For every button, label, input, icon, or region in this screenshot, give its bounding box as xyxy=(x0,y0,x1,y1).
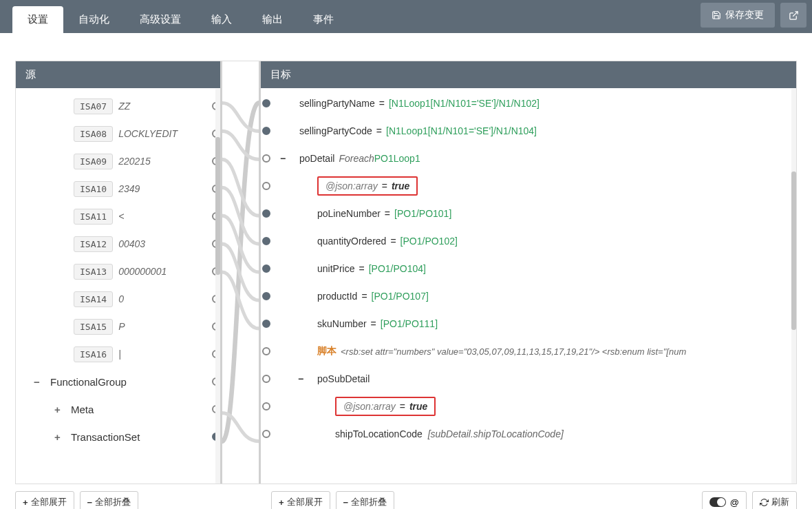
refresh-button[interactable]: 刷新 xyxy=(752,491,797,509)
expander-icon[interactable]: − xyxy=(280,153,286,164)
target-expand-all-button[interactable]: +全部展开 xyxy=(271,491,330,509)
target-port[interactable] xyxy=(262,237,270,245)
external-link-icon xyxy=(789,10,799,21)
target-body: sellingPartyName = [N1Loop1[N1/N101='SE'… xyxy=(261,88,796,484)
target-row[interactable]: quantityOrdered = [PO1/PO102] xyxy=(268,227,789,255)
source-group-row[interactable]: +TransactionSet xyxy=(21,423,215,450)
popout-button[interactable] xyxy=(780,3,806,28)
isa-value: 000000001 xyxy=(118,266,167,277)
minus-icon: − xyxy=(87,497,93,508)
target-port[interactable] xyxy=(262,320,270,328)
group-label: TransactionSet xyxy=(71,431,140,443)
source-isa-row[interactable]: ISA07ZZ xyxy=(21,92,215,120)
script-label: 脚本 xyxy=(317,345,336,357)
mapping-expression: [N1Loop1[N1/N101='SE']/N1/N102] xyxy=(389,98,539,109)
isa-code: ISA07 xyxy=(74,98,113,114)
source-isa-row[interactable]: ISA102349 xyxy=(21,175,215,202)
target-row[interactable]: unitPrice = [PO1/PO104] xyxy=(268,255,789,282)
tab-input[interactable]: 输入 xyxy=(196,6,247,33)
tab-advanced[interactable]: 高级设置 xyxy=(125,6,196,33)
target-port[interactable] xyxy=(262,402,270,411)
target-port[interactable] xyxy=(262,264,270,273)
mapping-expression: [PO1/PO101] xyxy=(394,208,451,219)
tab-settings[interactable]: 设置 xyxy=(12,6,63,33)
expand-all-label: 全部展开 xyxy=(31,496,67,508)
collapse-all-label: 全部折叠 xyxy=(95,496,131,508)
top-bar: 设置 自动化 高级设置 输入 输出 事件 保存变更 xyxy=(0,0,812,33)
equals-sign: = xyxy=(385,208,390,219)
mapping-name: poLineNumber xyxy=(317,208,381,219)
source-isa-row[interactable]: ISA1200403 xyxy=(21,230,215,258)
workspace: 源 ISA07ZZISA08LOCKLYEDITISA09220215ISA10… xyxy=(0,33,812,509)
mapping-expression: [PO1/PO107] xyxy=(372,291,429,302)
plus-icon: + xyxy=(279,497,284,508)
target-scrollbar[interactable] xyxy=(791,89,796,484)
target-row[interactable]: sellingPartyName = [N1Loop1[N1/N101='SE'… xyxy=(268,90,789,117)
tab-output[interactable]: 输出 xyxy=(247,6,298,33)
isa-value: 0 xyxy=(118,293,124,304)
source-isa-row[interactable]: ISA13000000001 xyxy=(21,258,215,285)
save-button[interactable]: 保存变更 xyxy=(701,3,775,28)
equals-sign: = xyxy=(361,291,367,302)
target-row[interactable]: skuNumber = [PO1/PO111] xyxy=(268,310,789,337)
tab-list: 设置 自动化 高级设置 输入 输出 事件 xyxy=(12,6,349,33)
source-group-row[interactable]: +Meta xyxy=(21,395,215,423)
mapping-name: sellingPartyCode xyxy=(299,125,372,136)
target-row[interactable]: shipToLocationCode [subDetail.shipToLoca… xyxy=(268,420,789,448)
source-isa-row[interactable]: ISA140 xyxy=(21,285,215,313)
target-port[interactable] xyxy=(262,99,270,107)
target-port[interactable] xyxy=(262,430,270,438)
target-row[interactable]: poLineNumber = [PO1/PO101] xyxy=(268,200,789,227)
target-row[interactable]: @json:array = true xyxy=(268,393,789,420)
equals-sign: = xyxy=(376,125,382,136)
mapping-expression: [subDetail.shipToLocationCode] xyxy=(428,428,564,439)
target-row[interactable]: sellingPartyCode = [N1Loop1[N1/N101='SE'… xyxy=(268,117,789,145)
group-label: Meta xyxy=(71,404,94,415)
source-group-row[interactable]: −FunctionalGroup xyxy=(21,368,215,395)
target-port[interactable] xyxy=(262,375,270,383)
target-port[interactable] xyxy=(262,182,270,190)
target-row[interactable]: −poDetail Foreach PO1Loop1 xyxy=(268,145,789,172)
target-port[interactable] xyxy=(262,209,270,218)
source-isa-row[interactable]: ISA08LOCKLYEDIT xyxy=(21,120,215,147)
target-row[interactable]: −poSubDetail xyxy=(268,365,789,393)
tab-events[interactable]: 事件 xyxy=(298,6,349,33)
source-expand-all-button[interactable]: +全部展开 xyxy=(15,491,74,509)
tab-automation[interactable]: 自动化 xyxy=(63,6,125,33)
at-toggle[interactable]: @ xyxy=(702,491,747,509)
mapping-expression: [PO1/PO102] xyxy=(400,236,458,247)
target-row[interactable]: productId = [PO1/PO107] xyxy=(268,282,789,310)
expander-icon[interactable]: − xyxy=(298,373,303,384)
target-port[interactable] xyxy=(262,127,270,135)
mapping-name: poSubDetail xyxy=(317,373,370,384)
target-column: 目标 sellingPartyName = [N1Loop1[N1/N101='… xyxy=(261,61,796,484)
isa-value: P xyxy=(118,321,125,332)
target-header: 目标 xyxy=(261,61,796,88)
expander-icon[interactable]: + xyxy=(54,404,65,415)
target-port[interactable] xyxy=(262,292,270,300)
isa-code: ISA08 xyxy=(74,126,113,142)
source-isa-row[interactable]: ISA11< xyxy=(21,202,215,230)
plus-icon: + xyxy=(23,497,28,508)
mapping-expression: [N1Loop1[N1/N101='SE']/N1/N104] xyxy=(386,125,537,136)
source-isa-row[interactable]: ISA15P xyxy=(21,313,215,340)
equals-sign: = xyxy=(371,318,376,329)
expander-icon[interactable]: − xyxy=(34,376,45,388)
equals-sign: = xyxy=(400,401,405,412)
source-isa-row[interactable]: ISA16| xyxy=(21,340,215,368)
equals-sign: = xyxy=(359,263,364,274)
expander-icon[interactable]: + xyxy=(54,431,65,443)
mapper-panel: 源 ISA07ZZISA08LOCKLYEDITISA09220215ISA10… xyxy=(15,61,797,484)
source-scrollbar[interactable] xyxy=(215,89,220,484)
target-row[interactable]: @json:array = true xyxy=(268,172,789,200)
target-port[interactable] xyxy=(262,347,270,355)
attr-name: @json:array xyxy=(343,401,396,412)
target-row[interactable]: 脚本<rsb:set attr="numbers" value="03,05,0… xyxy=(268,337,789,365)
isa-code: ISA11 xyxy=(74,209,113,225)
target-port[interactable] xyxy=(262,154,270,163)
source-isa-row[interactable]: ISA09220215 xyxy=(21,147,215,175)
source-collapse-all-button[interactable]: −全部折叠 xyxy=(80,491,139,509)
mapping-expression: [PO1/PO104] xyxy=(369,263,426,274)
target-collapse-all-button[interactable]: −全部折叠 xyxy=(336,491,395,509)
mapping-name: sellingPartyName xyxy=(299,98,375,109)
